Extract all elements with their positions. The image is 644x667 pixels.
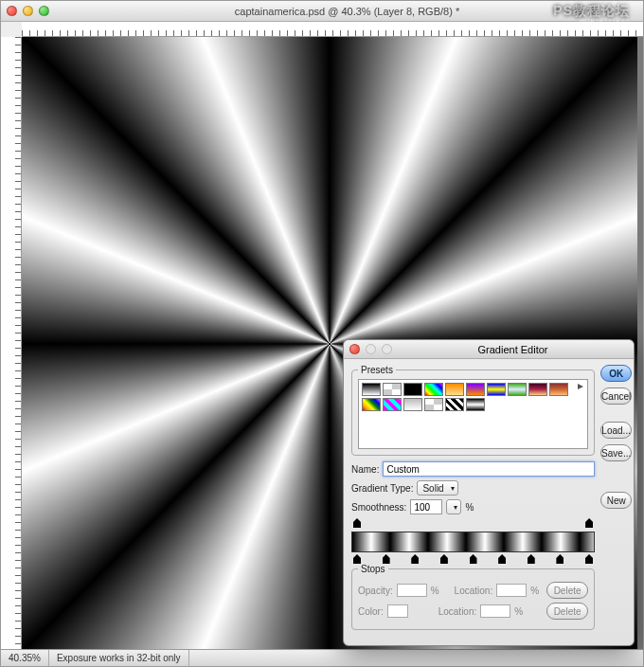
presets-legend: Presets [358,365,396,375]
gradient-editor-dialog: Gradient Editor Presets Name: Gradient T… [343,339,635,646]
preset-swatch[interactable] [424,383,443,396]
opacity-stop[interactable] [585,518,593,528]
stops-legend: Stops [358,564,388,574]
zoom-icon[interactable] [39,6,49,16]
color-stops[interactable] [351,554,595,564]
color-location-field [480,604,510,618]
opacity-location-field [496,584,527,597]
opacity-stop[interactable] [353,518,361,528]
gradient-type-label: Gradient Type: [351,483,413,494]
dialog-title: Gradient Editor [398,344,628,355]
ruler-vertical [1,37,22,649]
status-note: Exposure works in 32-bit only [49,650,189,666]
dialog-minimize-icon [366,344,376,354]
pct-label: % [514,606,523,617]
color-stop[interactable] [440,554,448,564]
preset-swatch[interactable] [466,383,485,396]
preset-swatch[interactable] [424,398,443,411]
stops-fieldset: Stops Opacity: % Location: % Delete Colo… [351,564,595,630]
preset-swatch[interactable] [383,398,402,411]
window-traffic-lights [7,6,49,16]
dialog-zoom-icon [382,344,392,354]
delete-opacity-stop-button: Delete [546,582,588,599]
dialog-titlebar: Gradient Editor [344,340,634,359]
status-bar: 40.35% Exposure works in 32-bit only [1,649,643,666]
color-stop[interactable] [528,554,535,564]
status-zoom[interactable]: 40.35% [1,650,49,666]
preset-swatch[interactable] [403,398,422,411]
preset-swatch[interactable] [549,383,568,396]
gradient-bar[interactable] [351,532,595,552]
new-button[interactable]: New [600,492,632,509]
preset-swatch[interactable] [487,383,506,396]
gradient-type-select[interactable]: Solid [417,480,457,496]
color-stop[interactable] [353,554,361,564]
close-icon[interactable] [7,6,17,16]
opacity-stops[interactable] [351,518,595,528]
dialog-close-icon[interactable] [349,344,360,354]
load-button[interactable]: Load... [600,422,632,439]
color-stop[interactable] [383,554,390,564]
preset-swatch[interactable] [362,383,381,396]
opacity-label: Opacity: [358,586,393,596]
preset-swatch[interactable] [362,398,381,411]
opacity-field [397,584,427,597]
color-location-label: Location: [438,606,477,617]
preset-swatch[interactable] [383,383,402,396]
smoothness-field[interactable] [410,499,442,514]
cancel-button[interactable]: Cancel [600,388,632,405]
ruler-horizontal [22,22,643,37]
presets-grid[interactable] [358,379,588,449]
preset-swatch[interactable] [445,398,464,411]
preset-swatch[interactable] [528,383,547,396]
ok-button[interactable]: OK [600,365,632,382]
preset-swatch[interactable] [445,383,464,396]
color-stop[interactable] [498,554,506,564]
smoothness-dropdown[interactable] [446,499,461,514]
name-field[interactable] [383,461,595,477]
stop-color-swatch [387,604,408,618]
presets-fieldset: Presets [351,365,595,456]
presets-menu-icon[interactable] [578,384,583,389]
color-stop[interactable] [556,554,564,564]
preset-swatch[interactable] [403,383,422,396]
save-button[interactable]: Save... [600,444,632,461]
color-stop[interactable] [585,554,593,564]
stop-color-label: Color: [358,606,384,617]
smoothness-label: Smoothness: [351,502,406,513]
window-title: captainamerica.psd @ 40.3% (Layer 8, RGB… [57,6,637,17]
preset-swatch[interactable] [508,383,527,396]
color-stop[interactable] [411,554,419,564]
preset-swatch[interactable] [466,398,485,411]
delete-color-stop-button: Delete [546,603,588,620]
color-stop[interactable] [470,554,477,564]
pct-label: % [431,586,439,596]
name-label: Name: [351,464,379,475]
titlebar: captainamerica.psd @ 40.3% (Layer 8, RGB… [1,1,643,22]
minimize-icon[interactable] [23,6,33,16]
pct-label: % [530,586,539,596]
smoothness-unit: % [465,502,474,513]
location-label: Location: [455,586,493,596]
watermark-subtext: 思缘设计论坛 [579,18,630,30]
